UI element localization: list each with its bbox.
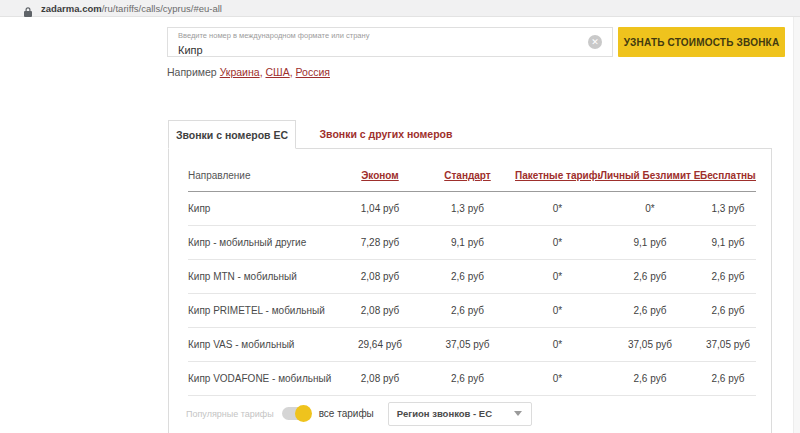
col-standard: Стандарт [420, 161, 515, 191]
table-header-row: Направление Эконом Стандарт Пакетные тар… [188, 161, 756, 191]
cell-price: 2,6 руб [700, 361, 756, 395]
cell-price: 0* [515, 327, 600, 361]
col-econom: Эконом [340, 161, 420, 191]
search-placeholder-label: Введите номер в международном формате ил… [178, 31, 586, 40]
cell-price: 0* [515, 225, 600, 259]
table-row: Кипр VAS - мобильный 29,64 руб 37,05 руб… [188, 327, 756, 361]
number-search-field[interactable]: Введите номер в международном формате ил… [167, 27, 613, 57]
cell-price: 2,6 руб [700, 293, 756, 327]
cell-price: 2,08 руб [340, 259, 420, 293]
table-row: Кипр PRIMETEL - мобильный 2,08 руб 2,6 р… [188, 293, 756, 327]
cell-price: 1,3 руб [700, 191, 756, 225]
cell-direction: Кипр MTN - мобильный [188, 259, 340, 293]
cell-price: 2,6 руб [700, 259, 756, 293]
free-tariff-link[interactable]: Бесплатный [700, 170, 756, 181]
col-package: Пакетные тарифы - Е... [515, 161, 600, 191]
cell-price: 7,28 руб [340, 225, 420, 259]
url-domain: zadarma.com [41, 3, 102, 14]
cell-price: 2,08 руб [340, 293, 420, 327]
cell-price: 2,6 руб [600, 259, 700, 293]
cell-price: 9,1 руб [700, 225, 756, 259]
example-countries: Например Украина, США, Россия [167, 66, 330, 78]
address-bar[interactable]: zadarma.com/ru/tariffs/calls/cyprus/#eu-… [0, 0, 800, 17]
scrollbar[interactable] [793, 17, 800, 433]
cell-direction: Кипр [188, 191, 340, 225]
cell-price: 0* [515, 259, 600, 293]
tab-calls-from-eu-numbers[interactable]: Звонки с номеров ЕС [168, 120, 296, 149]
standard-tariff-link[interactable]: Стандарт [444, 170, 491, 181]
example-link-ukraine[interactable]: Украина [220, 66, 260, 78]
clear-input-icon[interactable]: ✕ [588, 35, 602, 49]
unlimited-tariff-link[interactable]: Личный Безлимит Ев... [600, 170, 700, 181]
table-row: Кипр VODAFONE - мобильный 2,08 руб 2,6 р… [188, 361, 756, 395]
region-select[interactable]: Регион звонков - ЕС [388, 402, 532, 426]
lock-icon [24, 3, 32, 13]
cell-direction: Кипр - мобильный другие [188, 225, 340, 259]
cell-price: 9,1 руб [600, 225, 700, 259]
cell-price: 0* [515, 293, 600, 327]
tariffs-toggle[interactable] [282, 407, 310, 420]
econom-tariff-link[interactable]: Эконом [361, 170, 399, 181]
cell-price: 37,05 руб [700, 327, 756, 361]
cell-price: 2,6 руб [420, 361, 515, 395]
toggle-knob-icon [295, 405, 312, 422]
check-call-cost-button[interactable]: УЗНАТЬ СТОИМОСТЬ ЗВОНКА [618, 27, 785, 57]
cell-price: 0* [600, 191, 700, 225]
tariff-panel: Направление Эконом Стандарт Пакетные тар… [168, 148, 772, 433]
examples-prefix: Например [167, 66, 217, 78]
cell-price: 9,1 руб [420, 225, 515, 259]
package-tariff-link[interactable]: Пакетные тарифы - Е... [515, 170, 600, 181]
cell-price: 1,04 руб [340, 191, 420, 225]
col-unlimited: Личный Безлимит Ев... [600, 161, 700, 191]
tab-calls-from-other-numbers[interactable]: Звонки с других номеров [296, 120, 476, 149]
region-select-value: Регион звонков - ЕС [397, 408, 492, 419]
search-input[interactable] [178, 44, 586, 57]
example-link-usa[interactable]: США [265, 66, 289, 78]
url-path: /ru/tariffs/calls/cyprus/#eu-all [102, 3, 222, 14]
cell-price: 2,08 руб [340, 361, 420, 395]
popular-tariffs-label: Популярные тарифы [186, 409, 274, 419]
col-free: Бесплатный [700, 161, 756, 191]
cell-price: 2,6 руб [600, 361, 700, 395]
cell-price: 2,6 руб [420, 293, 515, 327]
cell-price: 2,6 руб [420, 259, 515, 293]
cell-price: 29,64 руб [340, 327, 420, 361]
cell-price: 0* [515, 191, 600, 225]
tariff-table: Направление Эконом Стандарт Пакетные тар… [188, 161, 756, 396]
table-row: Кипр - мобильный другие 7,28 руб 9,1 руб… [188, 225, 756, 259]
example-link-russia[interactable]: Россия [296, 66, 330, 78]
table-row: Кипр 1,04 руб 1,3 руб 0* 0* 1,3 руб [188, 191, 756, 225]
chevron-down-icon [514, 411, 522, 416]
cell-direction: Кипр PRIMETEL - мобильный [188, 293, 340, 327]
cell-price: 2,6 руб [600, 293, 700, 327]
all-tariffs-label: все тарифы [319, 408, 374, 419]
cell-direction: Кипр VODAFONE - мобильный [188, 361, 340, 395]
cell-price: 37,05 руб [420, 327, 515, 361]
cell-direction: Кипр VAS - мобильный [188, 327, 340, 361]
table-row: Кипр MTN - мобильный 2,08 руб 2,6 руб 0*… [188, 259, 756, 293]
cell-price: 1,3 руб [420, 191, 515, 225]
cell-price: 0* [515, 361, 600, 395]
cell-price: 37,05 руб [600, 327, 700, 361]
col-direction: Направление [188, 161, 340, 191]
table-footer: Популярные тарифы все тарифы Регион звон… [169, 394, 771, 433]
